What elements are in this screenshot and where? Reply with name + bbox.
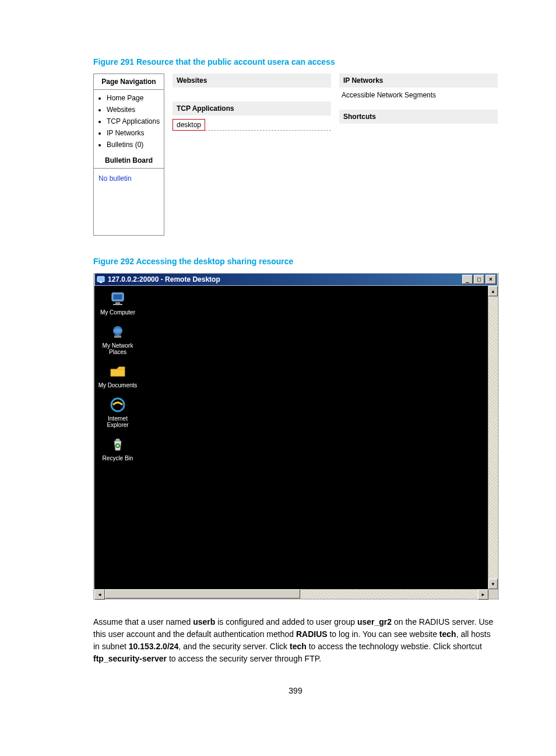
scroll-up-button[interactable]: ▲ xyxy=(488,286,498,296)
document-page: Figure 291 Resource that the public acco… xyxy=(0,0,556,719)
middle-column: Websites TCP Applications desktop xyxy=(173,74,331,236)
scroll-right-button[interactable]: ► xyxy=(478,589,488,600)
desktop-resource-link[interactable]: desktop xyxy=(173,119,205,131)
scroll-track[interactable] xyxy=(488,296,498,579)
svg-rect-3 xyxy=(114,295,122,299)
page-number: 399 xyxy=(93,686,498,695)
dotted-separator xyxy=(205,130,331,131)
scroll-down-button[interactable]: ▼ xyxy=(488,579,498,589)
my-documents-icon[interactable]: My Documents xyxy=(97,362,139,388)
right-column: IP Networks Accessible Network Segments … xyxy=(339,74,498,236)
svg-rect-1 xyxy=(100,282,102,283)
sidebar-item-ipnet[interactable]: IP Networks xyxy=(107,127,160,139)
svg-rect-0 xyxy=(97,276,104,282)
sidebar: Page Navigation Home Page Websites TCP A… xyxy=(93,74,164,236)
accessible-segments-text: Accessible Network Segments xyxy=(339,88,498,99)
vertical-scrollbar[interactable]: ▲ ▼ xyxy=(488,286,498,589)
remote-desktop-window: 127.0.0.2:20000 - Remote Desktop _ □ × M… xyxy=(93,273,499,600)
figure-291-caption: Figure 291 Resource that the public acco… xyxy=(93,57,498,66)
sidebar-item-home[interactable]: Home Page xyxy=(107,92,160,104)
maximize-button[interactable]: □ xyxy=(474,275,484,284)
horizontal-scrollbar[interactable]: ◄ ► xyxy=(94,589,498,598)
no-bulletin-text: No bulletin xyxy=(94,169,164,235)
svg-rect-4 xyxy=(115,302,120,304)
my-computer-icon[interactable]: My Computer xyxy=(97,289,139,316)
minimize-button[interactable]: _ xyxy=(462,275,473,284)
sidebar-header: Page Navigation xyxy=(94,74,164,90)
tcp-header: TCP Applications xyxy=(173,102,331,116)
hscroll-handle[interactable] xyxy=(105,589,300,598)
window-title: 127.0.0.2:20000 - Remote Desktop xyxy=(108,275,220,284)
figure-291: Page Navigation Home Page Websites TCP A… xyxy=(93,74,498,236)
remote-desktop-body: My Computer My Network Places My Documen… xyxy=(94,286,498,589)
recycle-bin-icon[interactable]: Recycle Bin xyxy=(97,435,139,461)
scroll-left-button[interactable]: ◄ xyxy=(94,589,105,600)
my-network-places-icon[interactable]: My Network Places xyxy=(97,323,139,355)
svg-rect-7 xyxy=(114,335,121,338)
sidebar-nav-list: Home Page Websites TCP Applications IP N… xyxy=(94,90,164,153)
sidebar-item-tcp[interactable]: TCP Applications xyxy=(107,116,160,127)
titlebar: 127.0.0.2:20000 - Remote Desktop _ □ × xyxy=(94,273,498,286)
body-paragraph: Assume that a user named userb is config… xyxy=(93,616,498,665)
internet-explorer-icon[interactable]: Internet Explorer xyxy=(97,396,139,428)
close-button[interactable]: × xyxy=(485,275,496,284)
remote-desktop-icon xyxy=(96,275,105,284)
ipnetworks-header: IP Networks xyxy=(339,74,498,88)
resize-grip[interactable] xyxy=(488,589,498,598)
hscroll-track[interactable] xyxy=(105,589,478,598)
websites-header: Websites xyxy=(173,74,331,88)
shortcuts-header: Shortcuts xyxy=(339,110,498,124)
svg-rect-5 xyxy=(113,304,122,305)
figure-292-caption: Figure 292 Accessing the desktop sharing… xyxy=(93,257,498,266)
bulletin-header: Bulletin Board xyxy=(94,153,164,169)
sidebar-item-bulletins[interactable]: Bulletins (0) xyxy=(107,139,160,150)
sidebar-item-websites[interactable]: Websites xyxy=(107,104,160,116)
desktop-area[interactable]: My Computer My Network Places My Documen… xyxy=(94,286,488,589)
